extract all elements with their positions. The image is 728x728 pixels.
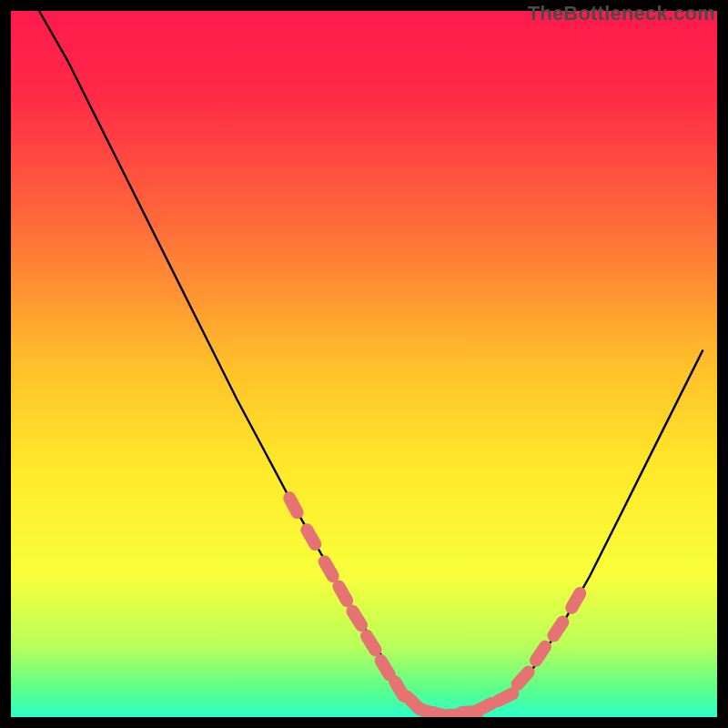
gradient-background [11,11,717,717]
data-point-marker [553,622,562,636]
data-point-marker [518,672,529,684]
data-point-marker [307,530,315,544]
data-point-marker [477,703,491,711]
data-point-marker [353,612,362,625]
data-point-marker [536,647,545,661]
data-point-marker [395,682,403,696]
data-point-marker [367,636,376,650]
data-point-marker [381,661,389,674]
data-point-marker [325,561,333,576]
data-point-marker [289,498,297,512]
data-point-marker [498,693,512,701]
data-point-marker [571,593,580,608]
bottleneck-chart [11,11,717,717]
chart-frame [11,11,717,717]
data-point-marker [339,586,347,601]
watermark-text: TheBottleneck.com [528,2,715,25]
